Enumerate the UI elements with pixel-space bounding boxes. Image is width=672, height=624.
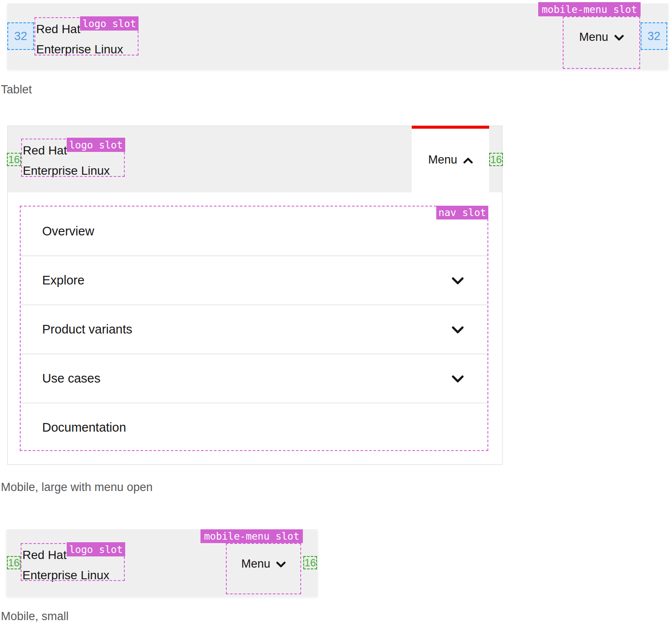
nav-item-label: Overview bbox=[42, 224, 94, 238]
nav-item-label: Explore bbox=[42, 273, 84, 287]
menu-button[interactable]: Menu bbox=[226, 554, 301, 573]
nav-item-label: Documentation bbox=[42, 420, 126, 435]
spacing-marker-right-16: 16 bbox=[489, 153, 503, 166]
spacing-value: 32 bbox=[14, 30, 27, 43]
menu-button-label: Menu bbox=[241, 557, 271, 571]
spacing-marker-right-32: 32 bbox=[641, 22, 667, 50]
menu-button[interactable]: Menu bbox=[563, 28, 640, 46]
chevron-down-icon bbox=[452, 273, 464, 287]
spacing-marker-left-16: 16 bbox=[7, 556, 21, 569]
variant-caption-tablet: Tablet bbox=[1, 83, 32, 96]
chevron-down-icon bbox=[452, 322, 464, 337]
variant-caption-mobile-small: Mobile, small bbox=[1, 610, 69, 623]
nav-item-documentation[interactable]: Documentation bbox=[21, 403, 487, 452]
spacing-marker-left-32: 32 bbox=[7, 22, 34, 50]
spacing-value: 16 bbox=[490, 154, 502, 166]
logo-slot-label: logo slot bbox=[67, 542, 125, 556]
menu-open-accent-bar bbox=[412, 126, 489, 129]
menu-button[interactable]: Menu bbox=[412, 150, 489, 169]
spacing-value: 16 bbox=[305, 557, 316, 569]
chevron-down-icon bbox=[452, 371, 464, 386]
spacing-value: 16 bbox=[8, 557, 20, 569]
nav-item-overview[interactable]: Overview bbox=[21, 207, 487, 256]
nav-item-explore[interactable]: Explore bbox=[21, 256, 487, 305]
nav-item-label: Use cases bbox=[42, 371, 100, 386]
spec-canvas: 32 Red Hat Enterprise Linux logo slot mo… bbox=[0, 0, 672, 624]
nav-item-use-cases[interactable]: Use cases bbox=[21, 354, 487, 403]
spacing-value: 32 bbox=[647, 30, 660, 43]
chevron-down-icon bbox=[276, 557, 286, 571]
mobile-menu-slot-label: mobile-menu slot bbox=[538, 2, 641, 16]
spacing-value: 16 bbox=[8, 154, 20, 166]
chevron-down-icon bbox=[614, 31, 624, 44]
logo-slot-label: logo slot bbox=[67, 138, 125, 152]
logo-slot-label: logo slot bbox=[80, 16, 139, 31]
nav-slot-box: Overview Explore Product variants Use ca… bbox=[20, 206, 488, 451]
spacing-marker-left-16: 16 bbox=[7, 153, 21, 166]
spacing-marker-right-16: 16 bbox=[303, 556, 317, 569]
mobile-menu-slot-label: mobile-menu slot bbox=[200, 529, 303, 543]
nav-item-product-variants[interactable]: Product variants bbox=[21, 305, 487, 354]
nav-item-label: Product variants bbox=[42, 322, 133, 337]
nav-slot-label: nav slot bbox=[436, 206, 488, 219]
variant-caption-mobile-large: Mobile, large with menu open bbox=[1, 481, 153, 494]
menu-button-label: Menu bbox=[428, 153, 457, 167]
chevron-up-icon bbox=[463, 153, 473, 167]
menu-button-label: Menu bbox=[579, 31, 608, 44]
